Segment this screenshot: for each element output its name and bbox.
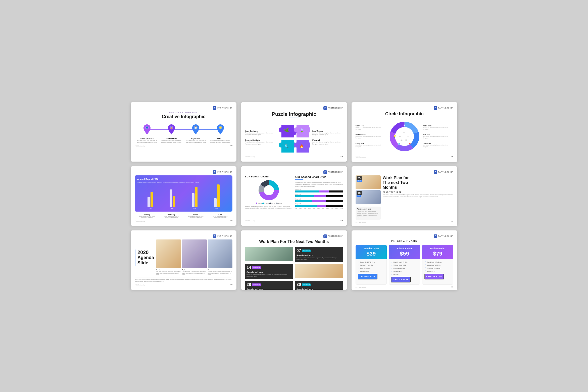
s8-date-28: 28 November bbox=[247, 282, 291, 287]
s1-icons: 👤 🏅 ⌚ bbox=[135, 124, 232, 135]
s6-sub-label: YOUR TEXT HERE bbox=[383, 191, 453, 193]
svg-text:01: 01 bbox=[404, 132, 406, 133]
s9-platinum-name: Platinum Plan bbox=[424, 247, 451, 250]
s2-puzzle-graphic: 🌿 🍃 🔍 🔥 bbox=[278, 121, 310, 154]
s5-left: SUNBURST CHART bbox=[245, 175, 293, 218]
s7-bottom-text: Lorem ipsum dolor sit amet, consectetur … bbox=[135, 277, 232, 282]
slide-header-2: P PaRTnERship bbox=[245, 106, 343, 110]
s6-agenda-card: Agenda text here Lorem ipsum dolor sit c… bbox=[356, 207, 381, 220]
s7-img-april bbox=[182, 239, 207, 268]
slide-agenda: P PARTNERSHIP 2020 AgendaSlide March Arc… bbox=[131, 230, 236, 290]
s9-plan-standard-header: Standard Plan $39 bbox=[356, 245, 387, 259]
s7-img-col-1: March Arcu odio ut sem nulla consectetur… bbox=[156, 239, 181, 276]
s9-advance-btn[interactable]: CHOOSE PLAN bbox=[391, 277, 411, 282]
s4-bars bbox=[137, 184, 230, 207]
s5-hbar-4: Graphic 4 bbox=[295, 203, 343, 207]
svg-text:⌚: ⌚ bbox=[194, 126, 198, 129]
s4-legend-jan: January Lorem ipsum dolor sit ametconsec… bbox=[139, 214, 155, 218]
slide-annual-report: P PARTNERSHIP Annual Report 2020 Arcu od… bbox=[131, 166, 236, 226]
s1-timeline: 👤 🏅 ⌚ bbox=[135, 124, 232, 135]
slide-workplan-full: P PARTNERSHIP Work Plan For The Next Two… bbox=[241, 230, 347, 290]
s6-content: 25 MAR 18 FEB Agenda text here Lorem ips… bbox=[356, 175, 453, 220]
s9-standard-body: ✓Rapid Hold 3 Tb Drive ✓Upload Up to 3 G… bbox=[356, 259, 387, 285]
s1-label-user: User Experience Arcu odio ut sem nulla p… bbox=[136, 137, 158, 143]
s1-pin-time-svg: ⌚ bbox=[191, 124, 200, 135]
slide-footer-1: ©2020Partnership bbox=[135, 144, 232, 147]
slide-footer-2: ©2019Partnership bbox=[245, 155, 343, 158]
slide-footer-3: ©2020Partnership bbox=[356, 155, 453, 158]
s9-standard-price: $39 bbox=[358, 251, 385, 257]
s4-chart-sub: Arcu odio ut sem nulla consectetur adipi… bbox=[137, 181, 230, 183]
s9-platinum-body: ✓Rapid Hold 3 Tb Drive ✓Upload Up To 90 … bbox=[422, 259, 453, 285]
s1-label-star: Star Icon Arcu odio ut sem nulla phar di… bbox=[210, 137, 231, 143]
circle-svg: 01 02 03 04 05 ⚙ ★ 📍 💎 💡 bbox=[389, 120, 420, 153]
s4-bar-feb bbox=[170, 189, 175, 207]
slide-footer-4: ©2019Partnership bbox=[135, 219, 232, 222]
s4-month-labels: Jan Feb Mar Apr bbox=[137, 207, 230, 209]
slide-workplan-mini: P PARTNERSHIP 25 MAR 18 FEB Agenda text … bbox=[352, 166, 457, 226]
s3-label-star: Star Icon Arcu odio ut sem nulla phar di… bbox=[423, 134, 453, 139]
s9-advance-price: $59 bbox=[391, 251, 418, 257]
s6-img-2: 18 FEB bbox=[356, 190, 381, 204]
s4-bar-mar bbox=[192, 187, 198, 207]
s4-legend: January Lorem ipsum dolor sit ametconsec… bbox=[135, 214, 232, 218]
s3-label-time: Time Icon Arcu odio ut sem nulla phar di… bbox=[423, 142, 453, 148]
s5-chart2-sub: Duis aute irure dolor in reprehenderit i… bbox=[295, 182, 343, 187]
slide-header-3: P ParTnERShiP bbox=[356, 106, 453, 110]
s3-label-diamond: Diamon Icon Arcu odio ut sem nulla phar … bbox=[356, 134, 386, 139]
s8-card-3: 28 November Agenda text here Lorem ipsum… bbox=[245, 281, 293, 290]
s3-circle-graphic: 01 02 03 04 05 ⚙ ★ 📍 💎 💡 bbox=[389, 120, 420, 153]
s8-title: Work Plan For The Next Two Months bbox=[245, 239, 343, 244]
s5-sunburst-title: SUNBURST CHART bbox=[245, 175, 293, 178]
s8-date-14: 14 November bbox=[247, 265, 291, 270]
s2-item-search: Search Statistic Arcu odio ut sem nulla … bbox=[245, 139, 276, 145]
s7-images: March Arcu odio ut sem nulla consectetur… bbox=[156, 239, 232, 276]
s6-main-title: Work Plan forThe next TwoMonths bbox=[383, 175, 453, 190]
s2-item-firewall: Firewall Arcu odio ut sem nulla phar dia… bbox=[312, 139, 343, 145]
svg-point-29 bbox=[264, 185, 274, 195]
brand-text-6: PARTNERSHIP bbox=[438, 171, 453, 173]
slide-pricing: P PARTNERSHIP PRICING PLANS Standard Pla… bbox=[352, 230, 457, 290]
svg-text:🏅: 🏅 bbox=[170, 126, 173, 129]
s7-agenda-label: AgendaSlide bbox=[135, 255, 154, 266]
s5-hbars: Graphic 1 Graphic 2 bbox=[295, 189, 343, 207]
s8-card-1: 14 November Agenda text here Lorem ipsum… bbox=[245, 264, 293, 279]
brand-icon-5: P bbox=[323, 170, 327, 174]
svg-text:03: 03 bbox=[405, 139, 407, 141]
s9-platinum-price: $79 bbox=[424, 251, 451, 257]
s6-month-mar: MAR bbox=[357, 180, 362, 182]
s9-platinum-btn[interactable]: CHOOSE PLAN bbox=[424, 274, 444, 279]
s1-subtitle: BUSINESS PROCESS bbox=[135, 111, 232, 114]
s8-date-07: 07 December bbox=[297, 249, 341, 253]
s7-img-col-3: May Arcu odio ut sem nulla consectetur a… bbox=[208, 239, 233, 276]
svg-text:⭐: ⭐ bbox=[219, 126, 222, 129]
slide-header-6: P PARTNERSHIP bbox=[356, 170, 453, 174]
s9-title: PRICING PLANS bbox=[356, 239, 453, 242]
slide-charts: P PARTNERSHIP SUNBURST CHART bbox=[241, 166, 347, 226]
s8-timeline: 14 November Agenda text here Lorem ipsum… bbox=[245, 247, 343, 290]
svg-text:05: 05 bbox=[399, 135, 401, 137]
s3-label-lamp: Lamp Icon Arcu odio ut sem nulla phar di… bbox=[356, 142, 386, 148]
svg-text:🍃: 🍃 bbox=[300, 128, 304, 133]
s9-standard-btn[interactable]: CHOOSE PLAN bbox=[358, 274, 377, 279]
s5-hbar-1: Graphic 1 bbox=[295, 189, 343, 192]
s3-content: Gear Icon Arcu odio ut sem nulla phar di… bbox=[356, 119, 453, 154]
svg-text:🔥: 🔥 bbox=[300, 144, 304, 149]
s4-legend-feb: February Lorem ipsum dolor sit ametconse… bbox=[164, 214, 179, 218]
brand-text-2: PaRTnERship bbox=[328, 107, 343, 109]
s6-date-25: 25 bbox=[357, 176, 362, 180]
s8-card-2: 07 December Agenda text here Lorem ipsum… bbox=[295, 247, 343, 262]
slide-header-4: P PARTNERSHIP bbox=[135, 170, 232, 174]
s2-content: Icon Designer Arcu odio ut sem nulla pha… bbox=[245, 121, 343, 154]
brand-text-3: ParTnERShiP bbox=[438, 107, 453, 109]
s1-pin-star-svg: ⭐ bbox=[216, 124, 225, 135]
svg-text:⚙: ⚙ bbox=[403, 124, 406, 127]
s1-icon-star: ⭐ bbox=[216, 124, 225, 135]
s3-left-labels: Gear Icon Arcu odio ut sem nulla phar di… bbox=[356, 125, 386, 148]
svg-text:★: ★ bbox=[412, 135, 415, 137]
s8-col-left: 14 November Agenda text here Lorem ipsum… bbox=[245, 247, 293, 290]
s4-bar-apr bbox=[214, 184, 220, 207]
s7-img-may bbox=[208, 239, 233, 268]
brand-icon-3: P bbox=[434, 106, 437, 110]
s9-plan-platinum-header: Platinum Plan $79 bbox=[422, 245, 453, 259]
